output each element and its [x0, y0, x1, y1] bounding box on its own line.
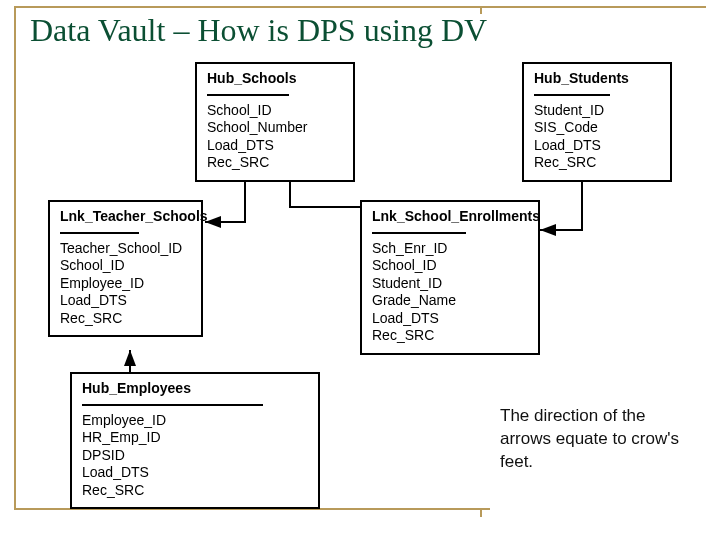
- entity-field: Load_DTS: [207, 137, 343, 155]
- entity-field: Grade_Name: [372, 292, 528, 310]
- connector-schools-to-teacher: [205, 178, 245, 222]
- frame-top: [14, 6, 706, 8]
- entity-separator: [372, 232, 466, 234]
- entity-field: Rec_SRC: [372, 327, 528, 345]
- frame-left: [14, 6, 16, 510]
- entity-lnk-school-enrollments: Lnk_School_Enrollments Sch_Enr_ID School…: [360, 200, 540, 355]
- entity-field: Rec_SRC: [60, 310, 191, 328]
- entity-field: Employee_ID: [82, 412, 308, 430]
- entity-hub-employees: Hub_Employees Employee_ID HR_Emp_ID DPSI…: [70, 372, 320, 509]
- entity-name: Hub_Students: [534, 70, 660, 88]
- entity-separator: [207, 94, 289, 96]
- entity-field: Load_DTS: [534, 137, 660, 155]
- page-title: Data Vault – How is DPS using DV: [30, 12, 487, 49]
- entity-field: HR_Emp_ID: [82, 429, 308, 447]
- entity-field: DPSID: [82, 447, 308, 465]
- entity-field: Load_DTS: [60, 292, 191, 310]
- entity-name: Hub_Employees: [82, 380, 308, 398]
- entity-field: School_Number: [207, 119, 343, 137]
- entity-field: Teacher_School_ID: [60, 240, 191, 258]
- entity-field: Load_DTS: [372, 310, 528, 328]
- entity-field: Rec_SRC: [207, 154, 343, 172]
- entity-field: School_ID: [207, 102, 343, 120]
- entity-field: Load_DTS: [82, 464, 308, 482]
- entity-separator: [82, 404, 263, 406]
- entity-name: Lnk_School_Enrollments: [372, 208, 528, 226]
- entity-field: Student_ID: [534, 102, 660, 120]
- entity-separator: [60, 232, 139, 234]
- entity-field: Sch_Enr_ID: [372, 240, 528, 258]
- entity-field: Employee_ID: [60, 275, 191, 293]
- note-arrows-crowsfeet: The direction of the arrows equate to cr…: [500, 405, 680, 474]
- frame-tick-bottom: [480, 509, 482, 517]
- entity-separator: [534, 94, 610, 96]
- entity-hub-schools: Hub_Schools School_ID School_Number Load…: [195, 62, 355, 182]
- entity-name: Lnk_Teacher_Schools: [60, 208, 191, 226]
- entity-field: Rec_SRC: [82, 482, 308, 500]
- entity-field: Rec_SRC: [534, 154, 660, 172]
- connector-students-to-enrollments: [540, 178, 582, 230]
- entity-lnk-teacher-schools: Lnk_Teacher_Schools Teacher_School_ID Sc…: [48, 200, 203, 337]
- entity-field: School_ID: [372, 257, 528, 275]
- entity-hub-students: Hub_Students Student_ID SIS_Code Load_DT…: [522, 62, 672, 182]
- entity-field: SIS_Code: [534, 119, 660, 137]
- entity-field: School_ID: [60, 257, 191, 275]
- entity-name: Hub_Schools: [207, 70, 343, 88]
- entity-field: Student_ID: [372, 275, 528, 293]
